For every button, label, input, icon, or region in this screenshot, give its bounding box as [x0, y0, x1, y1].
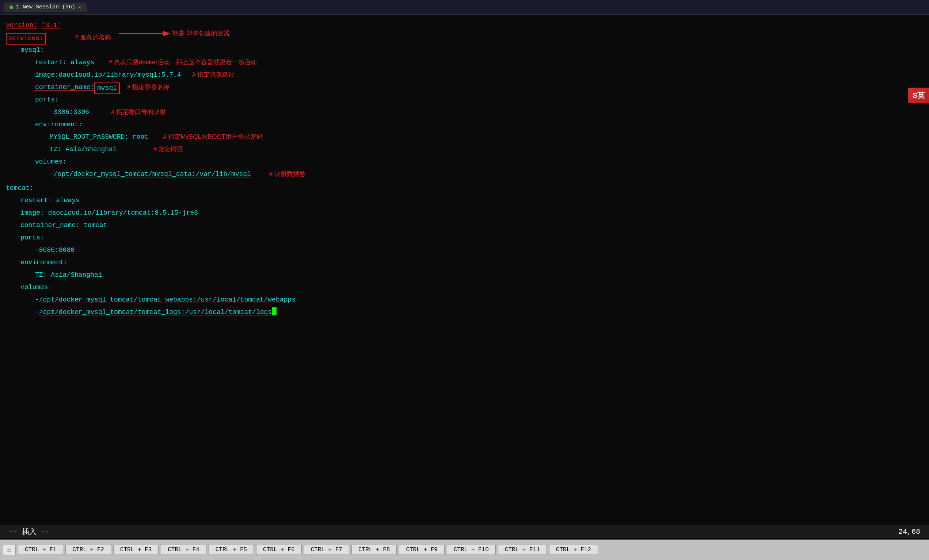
tomcat-service-line: tomcat:	[6, 183, 923, 196]
services-box: services:	[6, 33, 46, 44]
volumes-tomcat-val2-line: - /opt/docker_mysql_tomcat/tomcat_logs:/…	[6, 308, 923, 320]
volumes-tomcat-val1-line: - /opt/docker_mysql_tomcat/tomcat_webapp…	[6, 295, 923, 308]
mysql-pwd-comment: # 指定MySQL的ROOT用户登录密码	[163, 132, 263, 142]
env-mysql-line: environment:	[6, 120, 923, 132]
tab-close-button[interactable]: ✕	[78, 5, 81, 10]
volumes-mysql-key: volumes:	[35, 157, 66, 167]
image-tomcat-key: image: daocloud.io/library/tomcat:8.5.15…	[20, 208, 198, 218]
ctrl-f3-button[interactable]: CTRL + F3	[113, 545, 159, 555]
container-name-value: mysql	[97, 84, 117, 92]
env-tomcat-line: environment:	[6, 258, 923, 270]
ctrl-f12-button[interactable]: CTRL + F12	[549, 545, 598, 555]
tz-mysql-key: TZ: Asia/Shanghai	[50, 145, 117, 155]
ctrl-f2-button[interactable]: CTRL + F2	[65, 545, 111, 555]
image-key: image:	[35, 70, 59, 80]
services-line: services: # 服务的名称	[6, 33, 923, 45]
container-name-key: container_name:	[35, 83, 94, 93]
tz-tomcat-line: TZ: Asia/Shanghai	[6, 270, 923, 283]
restart-comment: # 代表只要docker启动，那么这个容器就跟着一起启动	[109, 58, 257, 67]
volumes-tomcat-value1: /opt/docker_mysql_tomcat/tomcat_webapps:…	[39, 295, 296, 305]
mysql-key: mysql:	[20, 45, 44, 55]
volumes-tomcat-line: volumes:	[6, 283, 923, 295]
ports-tomcat-dash: -	[35, 245, 39, 256]
cursor-position: 24,68	[898, 528, 920, 536]
volumes-tomcat-dash1: -	[35, 295, 39, 305]
volumes-mysql-line: volumes:	[6, 157, 923, 169]
ports-tomcat-line: ports:	[6, 233, 923, 245]
terminal-cursor	[272, 308, 276, 315]
status-bar: -- 插入 -- 24,68	[0, 525, 929, 538]
volumes-tomcat-key: volumes:	[20, 283, 52, 293]
volumes-mysql-val-line: - /opt/docker_mysql_tomcat/mysql_data:/v…	[6, 169, 923, 182]
ports-tomcat-key: ports:	[20, 233, 44, 243]
insert-mode-label: -- 插入 --	[9, 527, 50, 537]
ctrl-f6-button[interactable]: CTRL + F6	[256, 545, 301, 555]
env-tomcat-key: environment:	[20, 258, 68, 268]
version-space	[37, 20, 41, 31]
image-tomcat-line: image: daocloud.io/library/tomcat:8.5.15…	[6, 208, 923, 220]
restart-key: restart: always	[35, 58, 94, 68]
restart-mysql-line: restart: always # 代表只要docker启动，那么这个容器就跟着…	[6, 58, 923, 70]
ctrl-f4-button[interactable]: CTRL + F4	[161, 545, 206, 555]
container-comment: # 指定容器名称	[127, 83, 170, 92]
mysql-pwd-key: MYSQL_ROOT_PASSWORD: root	[50, 132, 148, 142]
tab-status-dot	[9, 6, 13, 9]
tomcat-key: tomcat:	[6, 183, 34, 193]
ctrl-f5-button[interactable]: CTRL + F5	[208, 545, 254, 555]
ctrl-f10-button[interactable]: CTRL + F10	[447, 545, 496, 555]
image-value: daocloud.io/library/mysql:5.7.4	[59, 70, 181, 80]
tz-comment: # 指定时区	[153, 145, 183, 154]
function-key-bar: ☰ CTRL + F1 CTRL + F2 CTRL + F3 CTRL + F…	[0, 540, 929, 560]
terminal-area: S英 version: '3.1' 就是 即将创建的容器 services:	[0, 15, 929, 544]
session-tab[interactable]: 1 New Session (36) ✕	[4, 3, 87, 12]
ports-comment: # 指定端口号的映射	[111, 107, 166, 117]
volumes-mysql-dash: -	[50, 169, 54, 180]
menu-button[interactable]: ☰	[3, 545, 16, 555]
ctrl-f9-button[interactable]: CTRL + F9	[399, 545, 444, 555]
services-keyword: services:	[8, 35, 43, 42]
ports-tomcat-value: 8080:8080	[39, 245, 75, 256]
ctrl-f1-button[interactable]: CTRL + F1	[18, 545, 63, 555]
image-mysql-line: image: daocloud.io/library/mysql:5.7.4 #…	[6, 70, 923, 83]
ports-tomcat-val-line: - 8080:8080	[6, 245, 923, 258]
volumes-comment: # 映射数据卷	[269, 169, 305, 179]
ctrl-f8-button[interactable]: CTRL + F8	[351, 545, 397, 555]
tab-label: 1 New Session (36)	[16, 4, 75, 10]
mysql-pwd-line: MYSQL_ROOT_PASSWORD: root # 指定MySQL的ROOT…	[6, 132, 923, 145]
container-mysql-line: container_name: mysql # 指定容器名称	[6, 83, 923, 95]
container-tomcat-key: container_name: tomcat	[20, 220, 107, 231]
ports-key: ports:	[35, 95, 59, 105]
tz-mysql-line: TZ: Asia/Shanghai # 指定时区	[6, 145, 923, 157]
ctrl-f11-button[interactable]: CTRL + F11	[498, 545, 547, 555]
ports-mysql-line: ports:	[6, 95, 923, 107]
ctrl-f7-button[interactable]: CTRL + F7	[304, 545, 349, 555]
version-key: version:	[6, 20, 37, 31]
env-key: environment:	[35, 120, 83, 130]
mysql-service-line: mysql:	[6, 45, 923, 58]
image-comment: # 指定镜像路径	[192, 70, 235, 80]
container-tomcat-line: container_name: tomcat	[6, 220, 923, 233]
volumes-mysql-value: /opt/docker_mysql_tomcat/mysql_data:/var…	[54, 169, 251, 180]
version-value: '3.1'	[41, 20, 61, 31]
ports-mysql-val-line: - 3306:3306 # 指定端口号的映射	[6, 107, 923, 120]
restart-tomcat-line: restart: always	[6, 196, 923, 208]
container-name-value-box: mysql	[94, 83, 120, 94]
service-name-comment: # 服务的名称	[75, 33, 111, 42]
volumes-tomcat-value2: /opt/docker_mysql_tomcat/tomcat_logs:/us…	[39, 308, 272, 318]
tz-tomcat-key: TZ: Asia/Shanghai	[35, 270, 102, 280]
menu-icon: ☰	[7, 546, 12, 554]
ports-value: 3306:3306	[54, 107, 89, 118]
volumes-tomcat-dash2: -	[35, 308, 39, 318]
title-bar: 1 New Session (36) ✕	[0, 0, 929, 15]
restart-tomcat-key: restart: always	[20, 196, 80, 206]
ports-dash: -	[50, 107, 54, 118]
